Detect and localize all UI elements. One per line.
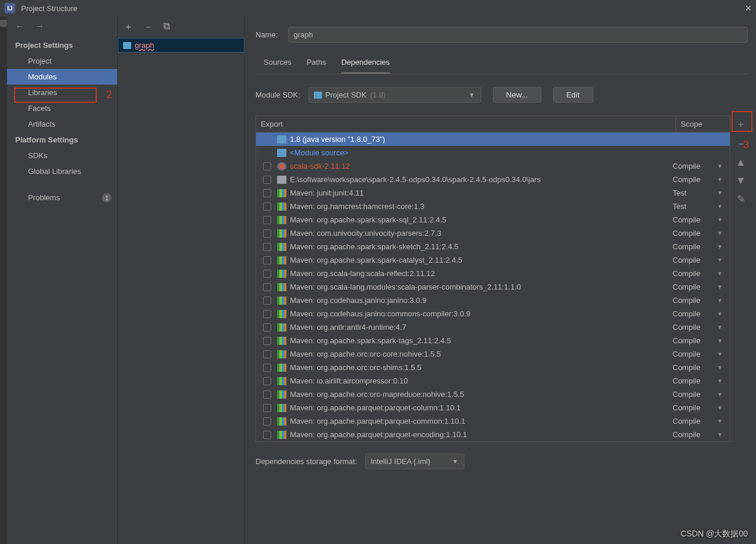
tab-dependencies[interactable]: Dependencies bbox=[341, 54, 390, 74]
dep-row[interactable]: Maven: org.codehaus.janino:janino:3.0.9C… bbox=[256, 294, 730, 307]
scope-select[interactable]: Compile▼ bbox=[673, 390, 726, 399]
export-checkbox[interactable] bbox=[263, 337, 271, 345]
move-down-icon[interactable]: ▼ bbox=[734, 175, 748, 187]
export-checkbox[interactable] bbox=[263, 310, 271, 318]
dep-row[interactable]: Maven: org.antlr:antlr4-runtime:4.7Compi… bbox=[256, 320, 730, 334]
modsrc-icon bbox=[277, 149, 286, 157]
sdk-new-button[interactable]: New... bbox=[493, 87, 541, 103]
scope-select[interactable]: Compile▼ bbox=[673, 430, 726, 439]
sidebar-item-modules[interactable]: Modules bbox=[7, 69, 117, 85]
dep-row[interactable]: Maven: org.apache.spark:spark-catalyst_2… bbox=[256, 253, 730, 267]
export-checkbox[interactable] bbox=[263, 203, 271, 211]
export-checkbox[interactable] bbox=[263, 270, 271, 278]
module-item-graph[interactable]: graph bbox=[118, 38, 244, 53]
scope-select[interactable]: Compile▼ bbox=[673, 162, 726, 170]
export-checkbox[interactable] bbox=[263, 377, 271, 385]
export-checkbox[interactable] bbox=[263, 364, 271, 372]
close-icon[interactable]: × bbox=[745, 2, 751, 15]
scope-select[interactable]: Compile▼ bbox=[673, 350, 726, 358]
dep-row[interactable]: Maven: org.apache.spark:spark-tags_2.11:… bbox=[256, 334, 730, 347]
export-checkbox[interactable] bbox=[263, 189, 271, 197]
scope-select[interactable]: Compile▼ bbox=[673, 242, 726, 251]
scope-select[interactable]: Compile▼ bbox=[673, 296, 726, 305]
export-checkbox[interactable] bbox=[263, 417, 271, 426]
remove-module-icon[interactable]: － bbox=[144, 21, 153, 33]
export-checkbox[interactable] bbox=[263, 229, 271, 238]
scope-select[interactable]: Compile▼ bbox=[673, 175, 726, 184]
edit-dependency-icon[interactable]: ✎ bbox=[734, 193, 748, 205]
export-checkbox[interactable] bbox=[263, 297, 271, 305]
forward-icon[interactable]: → bbox=[35, 21, 44, 32]
dep-row[interactable]: Maven: org.apache.parquet:parquet-common… bbox=[256, 414, 730, 428]
scope-select[interactable]: Compile▼ bbox=[673, 269, 726, 278]
export-checkbox[interactable] bbox=[263, 243, 271, 251]
scope-select[interactable]: Test▼ bbox=[673, 202, 726, 211]
dep-row[interactable]: Maven: org.apache.spark:spark-sql_2.11:2… bbox=[256, 213, 730, 226]
dep-row[interactable]: Maven: org.apache.parquet:parquet-column… bbox=[256, 401, 730, 414]
dep-row[interactable]: Maven: com.univocity:univocity-parsers:2… bbox=[256, 226, 730, 240]
sidebar-item-global-libraries[interactable]: Global Libraries bbox=[7, 163, 117, 179]
sidebar-item-project[interactable]: Project bbox=[7, 53, 117, 69]
sidebar-item-artifacts[interactable]: Artifacts bbox=[7, 116, 117, 132]
dep-row[interactable]: scala-sdk-2.11.12Compile▼ bbox=[256, 159, 730, 173]
tool-strip-item[interactable] bbox=[0, 20, 7, 27]
dep-row[interactable]: Maven: org.apache.parquet:parquet-encodi… bbox=[256, 428, 730, 441]
scope-select[interactable]: Compile▼ bbox=[673, 283, 726, 291]
sidebar-item-libraries[interactable]: Libraries bbox=[7, 85, 117, 100]
export-checkbox[interactable] bbox=[263, 390, 271, 399]
scope-select[interactable]: Compile▼ bbox=[673, 323, 726, 332]
export-checkbox[interactable] bbox=[263, 350, 271, 358]
folder-icon bbox=[123, 42, 131, 49]
export-checkbox[interactable] bbox=[263, 431, 271, 439]
export-checkbox[interactable] bbox=[263, 216, 271, 224]
dep-row[interactable]: Maven: org.codehaus.janino:commons-compi… bbox=[256, 307, 730, 320]
sidebar-item-sdks[interactable]: SDKs bbox=[7, 148, 117, 163]
dep-row[interactable]: Maven: io.airlift:aircompressor:0.10Comp… bbox=[256, 374, 730, 388]
module-sdk-select[interactable]: Project SDK (1.8) ▼ bbox=[309, 87, 481, 103]
scope-select[interactable]: Compile▼ bbox=[673, 376, 726, 385]
scope-select[interactable]: Compile▼ bbox=[673, 215, 726, 224]
copy-module-icon[interactable]: ⧉ bbox=[163, 21, 170, 33]
export-checkbox[interactable] bbox=[263, 162, 271, 170]
dep-row[interactable]: E:\software\workspace\spark-2.4.5-odps0.… bbox=[256, 173, 730, 186]
dep-row[interactable]: Maven: org.apache.spark:spark-sketch_2.1… bbox=[256, 240, 730, 253]
dep-row[interactable]: Maven: org.apache.orc:orc-shims:1.5.5Com… bbox=[256, 361, 730, 374]
tab-paths[interactable]: Paths bbox=[307, 54, 326, 74]
export-checkbox[interactable] bbox=[263, 256, 271, 264]
dep-row[interactable]: 1.8 (java version "1.8.0_73") bbox=[256, 132, 730, 146]
scope-select[interactable]: Compile▼ bbox=[673, 229, 726, 238]
dep-row[interactable]: Maven: org.apache.orc:orc-mapreduce:nohi… bbox=[256, 388, 730, 401]
export-checkbox[interactable] bbox=[263, 283, 271, 291]
scope-select[interactable]: Test▼ bbox=[673, 189, 726, 197]
tab-sources[interactable]: Sources bbox=[264, 54, 292, 74]
dep-row[interactable]: Maven: org.scala-lang:scala-reflect:2.11… bbox=[256, 267, 730, 280]
sidebar-item-problems[interactable]: Problems 1 bbox=[7, 190, 117, 205]
export-checkbox[interactable] bbox=[263, 176, 271, 184]
sdk-icon bbox=[277, 135, 286, 144]
module-tabs: Sources Paths Dependencies bbox=[256, 54, 748, 74]
add-module-icon[interactable]: ＋ bbox=[124, 21, 133, 33]
sdk-edit-button[interactable]: Edit bbox=[553, 87, 593, 103]
export-checkbox[interactable] bbox=[263, 404, 271, 412]
dep-row[interactable]: Maven: org.scala-lang.modules:scala-pars… bbox=[256, 280, 730, 294]
scope-select[interactable]: Compile▼ bbox=[673, 403, 726, 412]
dep-row[interactable]: Maven: junit:junit:4.11Test▼ bbox=[256, 186, 730, 200]
move-up-icon[interactable]: ▲ bbox=[734, 156, 748, 169]
dep-name: Maven: org.apache.parquet:parquet-column… bbox=[290, 403, 673, 412]
scope-select[interactable]: Compile▼ bbox=[673, 417, 726, 426]
dep-name: Maven: org.apache.spark:spark-catalyst_2… bbox=[290, 256, 673, 264]
name-label: Name: bbox=[256, 30, 278, 39]
export-checkbox[interactable] bbox=[263, 323, 271, 332]
scope-select[interactable]: Compile▼ bbox=[673, 309, 726, 318]
storage-format-select[interactable]: IntelliJ IDEA (.iml) ▼ bbox=[365, 454, 464, 469]
module-name-input[interactable] bbox=[288, 27, 748, 43]
dep-name: Maven: org.hamcrest:hamcrest-core:1.3 bbox=[290, 202, 673, 211]
dep-row[interactable]: Maven: org.apache.orc:orc-core:nohive:1.… bbox=[256, 347, 730, 361]
back-icon[interactable]: ← bbox=[15, 21, 24, 32]
dep-row[interactable]: <Module source> bbox=[256, 146, 730, 159]
scope-select[interactable]: Compile▼ bbox=[673, 336, 726, 345]
sidebar-item-facets[interactable]: Facets bbox=[7, 100, 117, 116]
scope-select[interactable]: Compile▼ bbox=[673, 256, 726, 264]
dep-row[interactable]: Maven: org.hamcrest:hamcrest-core:1.3Tes… bbox=[256, 200, 730, 213]
scope-select[interactable]: Compile▼ bbox=[673, 363, 726, 372]
